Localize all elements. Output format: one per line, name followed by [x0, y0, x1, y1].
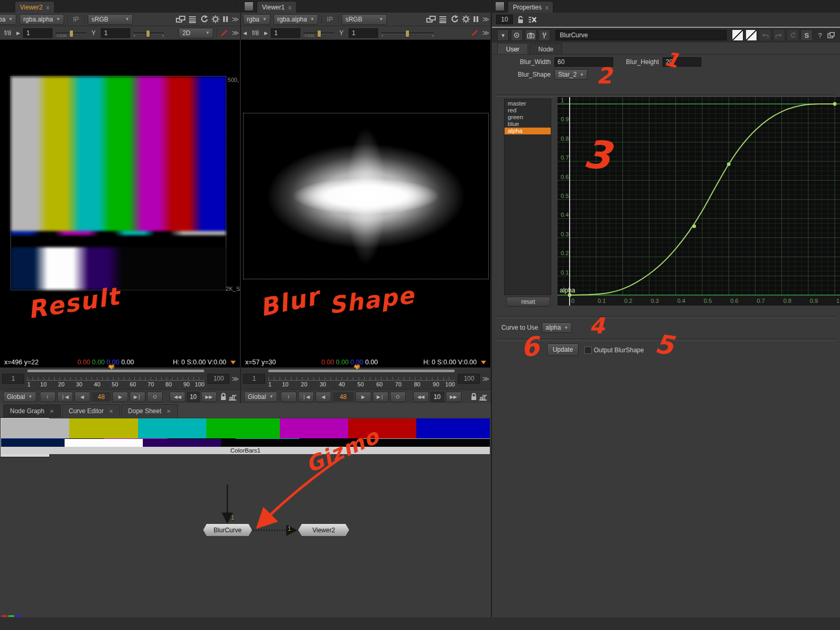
tab-curve-editor[interactable]: Curve Editor✕: [62, 404, 120, 417]
tab-user[interactable]: User: [497, 43, 528, 55]
node-viewer2[interactable]: Viewer2: [298, 524, 349, 536]
layout-rows-icon[interactable]: [439, 16, 447, 23]
collapse-chevrons-icon[interactable]: ≫: [232, 29, 238, 37]
gain-toggle-icon[interactable]: ▶: [264, 30, 268, 36]
fstop-label[interactable]: f/8: [2, 29, 13, 37]
jump-forward-button[interactable]: ▶▶: [446, 392, 461, 402]
tab-node-graph[interactable]: Node Graph✕: [3, 404, 61, 417]
frame-increment-box[interactable]: 10: [187, 392, 200, 402]
close-icon[interactable]: ✕: [109, 408, 113, 414]
roi-gear-icon[interactable]: [462, 15, 470, 23]
channel-item-master[interactable]: master: [505, 100, 551, 107]
gamma-slider[interactable]: 04: [381, 29, 434, 37]
tab-viewer2[interactable]: Viewer2 x: [15, 1, 55, 13]
gamma-input[interactable]: 1: [349, 28, 378, 38]
close-icon[interactable]: ✕: [49, 408, 54, 414]
curve-editor[interactable]: 0.10.20.30.40.50.60.70.80.9100.10.20.30.…: [558, 97, 840, 306]
collapse-chevrons-icon[interactable]: ≫: [482, 375, 488, 383]
render-flipbook-icon[interactable]: [479, 393, 487, 401]
goto-start-button[interactable]: ❘◀: [298, 392, 314, 402]
viewer2-image-area[interactable]: 500, 2K_S: [0, 40, 240, 357]
step-back-button[interactable]: ◀: [316, 392, 331, 402]
colorspace-dropdown[interactable]: sRGB▼: [88, 14, 133, 25]
input-process-button[interactable]: IP: [325, 16, 335, 23]
collapse-chevrons-icon[interactable]: ≫: [482, 15, 488, 23]
monitor-out-icon[interactable]: [176, 16, 185, 23]
frame-context-dropdown[interactable]: Global▼: [3, 392, 36, 402]
prev-icon[interactable]: ◀: [243, 30, 247, 36]
layer-dropdown[interactable]: rgba▼: [243, 14, 270, 25]
step-back-button[interactable]: ◀: [75, 392, 90, 402]
close-icon[interactable]: x: [545, 4, 549, 10]
pause-icon[interactable]: [223, 16, 228, 23]
channels-dropdown[interactable]: rgba.alpha▼: [19, 14, 64, 25]
current-frame-box[interactable]: 48: [92, 392, 111, 402]
collapse-chevrons-icon[interactable]: ≫: [232, 375, 238, 383]
pane-menu-button[interactable]: [495, 2, 505, 11]
close-icon[interactable]: x: [288, 4, 291, 10]
tab-node[interactable]: Node: [529, 43, 562, 55]
unpremult-slash-icon[interactable]: [746, 29, 757, 41]
jump-back-button[interactable]: ◀◀: [170, 392, 185, 402]
play-button[interactable]: ▶: [112, 392, 128, 402]
channel-item-alpha[interactable]: alpha: [505, 128, 551, 134]
set-out-button[interactable]: O: [390, 392, 406, 402]
fstop-label[interactable]: f/8: [250, 29, 261, 37]
playhead[interactable]: 48: [101, 364, 122, 377]
refresh-icon[interactable]: [450, 15, 459, 23]
update-button[interactable]: Update: [547, 343, 579, 356]
help-button[interactable]: ?: [815, 30, 825, 40]
channel-item-blue[interactable]: blue: [505, 121, 551, 128]
snapshot-camera-icon[interactable]: [525, 29, 537, 41]
frame-ruler[interactable]: 1102030405060708090100 48: [26, 369, 205, 388]
jump-forward-button[interactable]: ▶▶: [201, 392, 217, 402]
blur-width-input[interactable]: 60: [554, 57, 613, 67]
collapse-chevrons-icon[interactable]: ≫: [232, 15, 238, 23]
goto-end-button[interactable]: ▶❘: [373, 392, 388, 402]
frame-ruler[interactable]: 1102030405060708090100 48: [267, 369, 456, 388]
script-button[interactable]: S: [801, 29, 812, 41]
node-colorbars1[interactable]: ColorBars1: [0, 417, 50, 457]
tab-dope-sheet[interactable]: Dope Sheet✕: [121, 404, 178, 417]
layer-dropdown[interactable]: ba▼: [0, 14, 16, 25]
playhead[interactable]: 48: [346, 364, 368, 377]
blur-shape-dropdown[interactable]: Star_2▼: [554, 69, 587, 80]
roi-gear-icon[interactable]: [212, 15, 219, 23]
maskchannel-slash-icon[interactable]: [732, 29, 743, 41]
gain-slider[interactable]: 0.0156: [303, 29, 334, 37]
gain-input[interactable]: 1: [271, 28, 300, 38]
collapse-chevrons-icon[interactable]: ≫: [482, 29, 488, 37]
pause-icon[interactable]: [473, 16, 479, 23]
colorspace-dropdown[interactable]: sRGB▼: [342, 14, 387, 25]
range-in-box[interactable]: 1: [243, 374, 265, 384]
gain-toggle-icon[interactable]: ▶: [16, 30, 20, 36]
center-node-icon[interactable]: [511, 29, 522, 41]
jump-back-button[interactable]: ◀◀: [413, 392, 429, 402]
frame-increment-box[interactable]: 10: [430, 392, 444, 402]
goto-start-button[interactable]: ❘◀: [57, 392, 73, 402]
max-panels-input[interactable]: 10: [496, 15, 513, 24]
reset-button[interactable]: reset: [506, 297, 550, 307]
tab-properties[interactable]: Properties x: [508, 1, 553, 13]
nodegraph-canvas[interactable]: ColorBars1 BlurCurve Viewer2 1 1 Gizmo: [0, 417, 491, 617]
status-expand-icon[interactable]: [230, 361, 236, 364]
unlock-icon[interactable]: [517, 16, 524, 24]
pane-menu-button[interactable]: [244, 2, 254, 11]
play-button[interactable]: ▶: [355, 392, 371, 402]
viewer1-image-area[interactable]: [241, 40, 490, 357]
pencil-icon[interactable]: [220, 29, 228, 37]
close-icon[interactable]: x: [46, 4, 49, 10]
output-blurshape-checkbox[interactable]: [584, 346, 592, 354]
frame-context-dropdown[interactable]: Global▼: [244, 392, 277, 402]
lock-range-icon[interactable]: [220, 393, 227, 401]
blur-height-input[interactable]: 20: [663, 57, 701, 67]
render-flipbook-icon[interactable]: [228, 393, 237, 401]
lock-range-icon[interactable]: [470, 393, 477, 401]
curve-to-use-dropdown[interactable]: alpha▼: [542, 322, 572, 333]
pencil-icon[interactable]: [470, 29, 479, 37]
view-mode-dropdown[interactable]: 2D▼: [178, 28, 213, 38]
refresh-icon[interactable]: [200, 15, 208, 23]
node-name-field[interactable]: BlurCurve: [555, 30, 726, 40]
gain-slider[interactable]: 0.0156: [56, 29, 86, 37]
range-in-box[interactable]: 1: [2, 374, 24, 384]
